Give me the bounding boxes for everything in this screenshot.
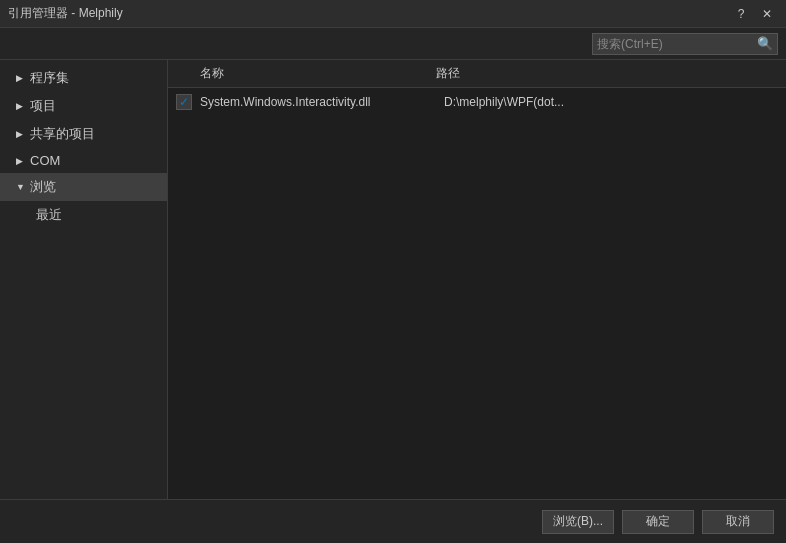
sidebar: ▶ 程序集 ▶ 项目 ▶ 共享的项目 ▶ COM ▼ 浏览 最近 [0, 60, 168, 499]
search-input[interactable] [593, 37, 753, 51]
main-panel: 名称 路径 ✓ System.Windows.Interactivity.dll… [168, 60, 786, 499]
search-icon-button[interactable]: 🔍 [753, 36, 777, 51]
help-button[interactable]: ? [730, 5, 752, 23]
column-header-path: 路径 [436, 65, 778, 82]
window-controls: ? ✕ [730, 5, 778, 23]
arrow-icon: ▶ [16, 101, 26, 111]
sidebar-item-assemblies[interactable]: ▶ 程序集 [0, 64, 167, 92]
sidebar-item-project[interactable]: ▶ 项目 [0, 92, 167, 120]
search-icon: 🔍 [757, 36, 773, 51]
sidebar-item-recent[interactable]: 最近 [0, 201, 167, 229]
browse-button[interactable]: 浏览(B)... [542, 510, 614, 534]
close-button[interactable]: ✕ [756, 5, 778, 23]
table-row[interactable]: ✓ System.Windows.Interactivity.dll D:\me… [168, 90, 786, 114]
table-body: ✓ System.Windows.Interactivity.dll D:\me… [168, 88, 786, 499]
ok-button[interactable]: 确定 [622, 510, 694, 534]
sidebar-item-browse[interactable]: ▼ 浏览 [0, 173, 167, 201]
main-container: 🔍 ▶ 程序集 ▶ 项目 ▶ 共享的项目 ▶ COM ▼ [0, 28, 786, 543]
title-bar: 引用管理器 - Melphily ? ✕ [0, 0, 786, 28]
table-header: 名称 路径 [168, 60, 786, 88]
arrow-icon: ▼ [16, 182, 26, 192]
search-bar: 🔍 [0, 28, 786, 60]
sidebar-item-shared[interactable]: ▶ 共享的项目 [0, 120, 167, 148]
arrow-icon: ▶ [16, 73, 26, 83]
window-title: 引用管理器 - Melphily [8, 5, 123, 22]
sidebar-item-label: 程序集 [30, 69, 69, 87]
row-path: D:\melphily\WPF(dot... [444, 95, 778, 109]
sidebar-item-label: 项目 [30, 97, 56, 115]
row-name: System.Windows.Interactivity.dll [200, 95, 444, 109]
sidebar-item-label: 共享的项目 [30, 125, 95, 143]
arrow-icon: ▶ [16, 129, 26, 139]
content-area: ▶ 程序集 ▶ 项目 ▶ 共享的项目 ▶ COM ▼ 浏览 最近 [0, 60, 786, 499]
sidebar-item-label: COM [30, 153, 60, 168]
footer: 浏览(B)... 确定 取消 [0, 499, 786, 543]
sidebar-item-label: 最近 [36, 206, 62, 224]
search-wrapper: 🔍 [592, 33, 778, 55]
cancel-button[interactable]: 取消 [702, 510, 774, 534]
row-checkbox[interactable]: ✓ [176, 94, 192, 110]
column-header-name: 名称 [176, 65, 436, 82]
arrow-icon: ▶ [16, 156, 26, 166]
sidebar-item-label: 浏览 [30, 178, 56, 196]
sidebar-item-com[interactable]: ▶ COM [0, 148, 167, 173]
